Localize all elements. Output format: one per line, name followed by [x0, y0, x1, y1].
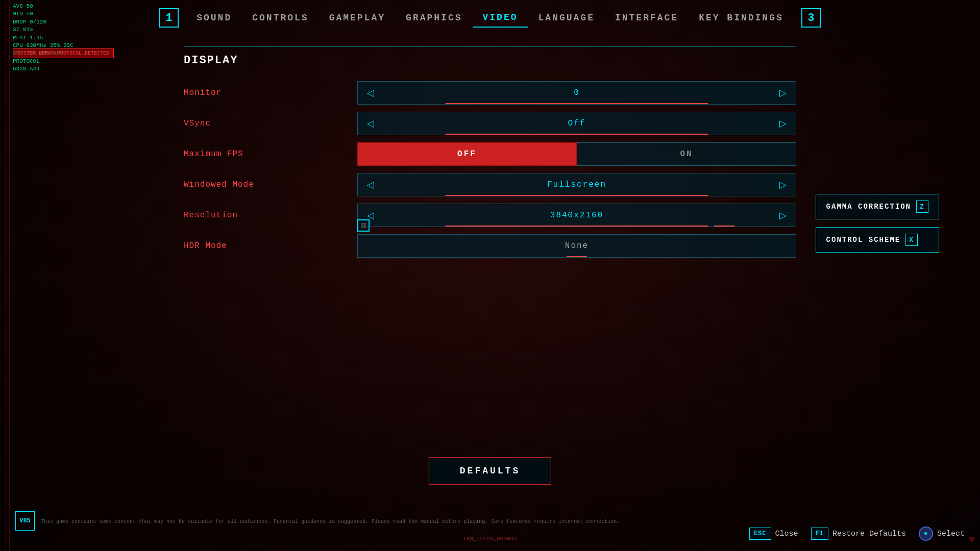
checkbox-area [357, 219, 370, 232]
resolution-value: 3840x2160 [383, 211, 770, 220]
hdr-label: HDR Mode [184, 241, 357, 251]
gamma-key-badge: Z [916, 201, 928, 213]
checkbox[interactable] [357, 219, 370, 232]
select-label: Select [937, 530, 965, 538]
close-label: Close [775, 530, 798, 538]
nav-item-language[interactable]: LANGUAGE [528, 9, 605, 27]
nav-item-graphics[interactable]: GRAPHICS [396, 9, 472, 27]
version-badge: V 85 [15, 511, 35, 531]
hud-line-protocol: PROTOCOL [13, 58, 74, 65]
display-section: Display Monitor ◁ 0 ▷ VSync ◁ Off ▷ [184, 46, 796, 259]
restore-key: F1 [811, 528, 828, 540]
maxfps-toggle: OFF ON [357, 142, 796, 166]
section-title: Display [184, 54, 796, 67]
setting-row-resolution: Resolution ◁ 3840x2160 ▷ [184, 202, 796, 229]
vsync-arrow-right[interactable]: ▷ [770, 112, 796, 135]
windowed-label: Windowed Mode [184, 180, 357, 189]
close-key: ESC [749, 528, 771, 540]
middle-bottom-text: TRN_TLCAS_800095 [456, 536, 525, 542]
resolution-arrow-control: ◁ 3840x2160 ▷ [357, 204, 796, 227]
hdr-control: None [357, 234, 796, 258]
nav-item-video[interactable]: VIDEO [473, 8, 528, 28]
corner-decoration: ▼ [969, 534, 975, 546]
setting-row-vsync: VSync ◁ Off ▷ [184, 110, 796, 137]
nav-item-controls[interactable]: CONTROLS [242, 9, 318, 27]
monitor-arrow-control: ◁ 0 ▷ [357, 81, 796, 105]
vsync-label: VSync [184, 119, 357, 128]
setting-row-monitor: Monitor ◁ 0 ▷ [184, 80, 796, 106]
windowed-arrow-control: ◁ Fullscreen ▷ [357, 173, 796, 196]
vsync-underline [556, 134, 597, 135]
nav-bar: 1 SOUND CONTROLS GAMEPLAY GRAPHICS VIDEO… [0, 0, 980, 36]
setting-row-hdr: HDR Mode None [184, 233, 796, 259]
nav-item-sound[interactable]: SOUND [186, 9, 242, 27]
nav-bracket-left[interactable]: 1 [159, 8, 179, 28]
monitor-label: Monitor [184, 88, 357, 97]
windowed-arrow-left[interactable]: ◁ [358, 173, 383, 196]
monitor-value: 0 [383, 88, 770, 97]
select-controller-btn: ● [919, 527, 933, 541]
hud-error-bar: SYSTEM_ERROR_PROTOCOL_DETECTED [13, 48, 114, 58]
nav-item-interface[interactable]: INTERFACE [605, 9, 689, 27]
monitor-arrow-right[interactable]: ▷ [770, 82, 796, 104]
vsync-arrow-left[interactable]: ◁ [358, 112, 383, 135]
hud-line-id: 6320-A44 [13, 65, 74, 73]
setting-row-maxfps: Maximum FPS OFF ON [184, 141, 796, 167]
resolution-arrow-right[interactable]: ▷ [770, 204, 796, 227]
control-scheme-key-badge: X [905, 234, 918, 246]
nav-item-keybindings[interactable]: KEY BINDINGS [689, 9, 794, 27]
windowed-arrow-right[interactable]: ▷ [770, 173, 796, 196]
monitor-arrow-left[interactable]: ◁ [358, 82, 383, 104]
right-buttons-panel: GAMMA CORRECTION Z CONTROL SCHEME X [816, 194, 939, 253]
bottom-action-bar: ESC Close F1 Restore Defaults ● Select [749, 527, 965, 541]
resolution-underline [714, 226, 734, 227]
vsync-control: ◁ Off ▷ [357, 112, 796, 135]
control-scheme-button[interactable]: CONTROL SCHEME X [816, 227, 939, 253]
monitor-control: ◁ 0 ▷ [357, 81, 796, 105]
nav-bracket-right[interactable]: 3 [801, 8, 821, 28]
maxfps-toggle-on[interactable]: ON [577, 142, 796, 166]
maxfps-label: Maximum FPS [184, 149, 357, 159]
bottom-caption: This game contains some content that may… [41, 518, 674, 525]
vsync-arrow-control: ◁ Off ▷ [357, 112, 796, 135]
resolution-label: Resolution [184, 211, 357, 220]
windowed-value: Fullscreen [383, 180, 770, 189]
resolution-control: ◁ 3840x2160 ▷ [357, 204, 796, 227]
nav-item-gameplay[interactable]: GAMEPLAY [319, 9, 396, 27]
hdr-none-control[interactable]: None [357, 234, 796, 258]
main-content: Display Monitor ◁ 0 ▷ VSync ◁ Off ▷ [184, 41, 796, 263]
defaults-button[interactable]: DEFAULTS [429, 457, 551, 485]
checkbox-inner [361, 223, 366, 228]
windowed-control: ◁ Fullscreen ▷ [357, 173, 796, 196]
restore-label: Restore Defaults [832, 530, 906, 538]
maxfps-toggle-off[interactable]: OFF [357, 142, 577, 166]
maxfps-control: OFF ON [357, 142, 796, 166]
select-action: ● Select [919, 527, 965, 541]
gamma-correction-button[interactable]: GAMMA CORRECTION Z [816, 194, 939, 219]
restore-action: F1 Restore Defaults [811, 528, 906, 540]
close-action: ESC Close [749, 528, 798, 540]
setting-row-windowed: Windowed Mode ◁ Fullscreen ▷ [184, 171, 796, 198]
vsync-value: Off [383, 119, 770, 128]
side-decoration-left [9, 0, 10, 551]
